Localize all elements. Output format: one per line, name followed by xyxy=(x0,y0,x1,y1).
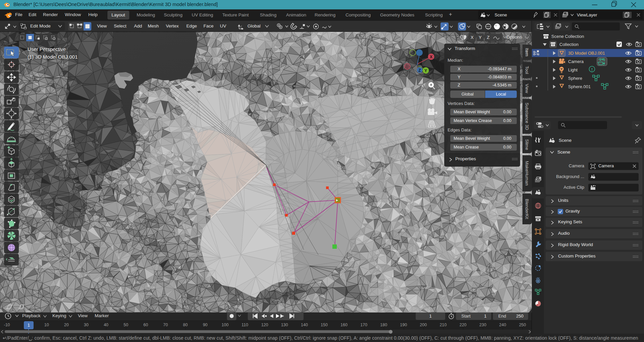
svg-text:X: X xyxy=(430,55,432,59)
svg-text:Y: Y xyxy=(424,68,427,73)
svg-text:Z: Z xyxy=(418,68,421,73)
